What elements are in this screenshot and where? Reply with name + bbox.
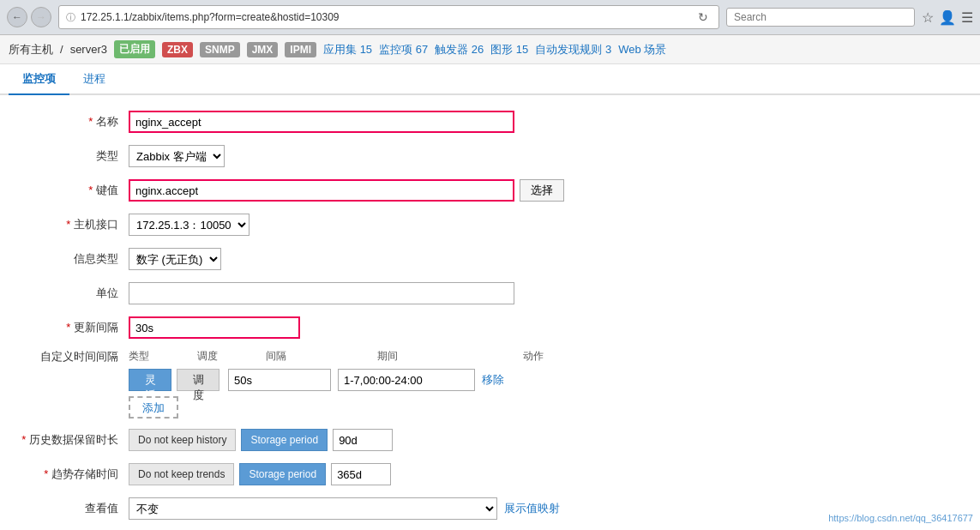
main-content: 名称 类型 Zabbix 客户端 键值 选择 主机接口 172.25.1.3：1… <box>0 95 980 530</box>
watermark: https://blog.csdn.net/qq_36417677 <box>828 513 973 523</box>
key-input[interactable] <box>129 179 514 202</box>
trends-storage-period-button[interactable]: Storage period <box>239 463 326 485</box>
lookup-link[interactable]: 展示值映射 <box>504 501 560 516</box>
host-interface-select[interactable]: 172.25.1.3：10050 <box>129 214 250 236</box>
interval-add-button[interactable]: 添加 <box>129 396 178 419</box>
back-button[interactable]: ← <box>7 7 27 27</box>
tab-process[interactable]: 进程 <box>69 64 119 95</box>
browser-icons: ☆ 👤 ☰ <box>922 9 973 26</box>
top-nav: 所有主机 / server3 已启用 ZBX SNMP JMX IPMI 应用集… <box>0 35 980 64</box>
col-period-header: 期间 <box>377 349 523 364</box>
info-type-select[interactable]: 数字 (无正负) <box>129 248 221 270</box>
key-select-button[interactable]: 选择 <box>520 179 564 202</box>
history-row: 历史数据保留时长 Do not keep history Storage per… <box>17 427 963 453</box>
col-schedule-header: 调度 <box>197 349 266 364</box>
unit-input[interactable] <box>129 282 514 304</box>
interval-remove-button[interactable]: 移除 <box>482 372 504 388</box>
breadcrumb-all-hosts[interactable]: 所有主机 <box>9 42 53 57</box>
host-interface-row: 主机接口 172.25.1.3：10050 <box>17 212 963 238</box>
interval-period-input[interactable] <box>338 369 475 391</box>
custom-interval-label: 自定义时间间隔 <box>17 349 129 364</box>
key-label: 键值 <box>17 183 129 198</box>
custom-interval-row: 自定义时间间隔 类型 调度 间隔 期间 动作 灵活 调度 移除 添加 <box>17 349 963 419</box>
url-display: 172.25.1.1/zabbix/items.php?form=create&… <box>81 11 689 23</box>
address-bar: ⓘ 172.25.1.1/zabbix/items.php?form=creat… <box>58 5 719 29</box>
col-type-header: 类型 <box>129 349 197 364</box>
trends-no-keep-button[interactable]: Do not keep trends <box>129 463 234 485</box>
type-row: 类型 Zabbix 客户端 <box>17 143 963 169</box>
history-label: 历史数据保留时长 <box>17 432 129 448</box>
browser-search-input[interactable] <box>726 8 915 27</box>
tag-jmx: JMX <box>247 42 279 57</box>
history-no-keep-button[interactable]: Do not keep history <box>129 429 236 451</box>
tag-enabled: 已启用 <box>114 40 155 58</box>
nav-link-graphs[interactable]: 图形 15 <box>490 42 528 57</box>
menu-icon: ☰ <box>961 9 973 26</box>
history-value-input[interactable] <box>333 429 393 451</box>
breadcrumb-separator: / <box>60 43 63 56</box>
nav-link-triggers[interactable]: 触发器 26 <box>435 42 484 57</box>
host-interface-label: 主机接口 <box>17 217 129 232</box>
unit-label: 单位 <box>17 286 129 301</box>
name-label: 名称 <box>17 114 129 129</box>
unit-row: 单位 <box>17 280 963 306</box>
custom-interval-section: 类型 调度 间隔 期间 动作 灵活 调度 移除 添加 <box>129 349 963 419</box>
trends-value-input[interactable] <box>331 463 391 485</box>
interval-add-container: 添加 <box>129 396 963 419</box>
tag-snmp: SNMP <box>200 42 240 57</box>
update-interval-label: 更新间隔 <box>17 320 129 335</box>
profile-icon: 👤 <box>939 9 956 26</box>
col-action-header: 动作 <box>523 349 574 364</box>
bookmark-icon: ☆ <box>922 9 934 26</box>
nav-link-web[interactable]: Web 场景 <box>618 42 666 57</box>
lookup-select[interactable]: 不变 <box>129 497 497 520</box>
refresh-button[interactable]: ↻ <box>694 9 712 26</box>
info-type-label: 信息类型 <box>17 251 129 267</box>
name-input[interactable] <box>129 111 514 133</box>
tab-bar: 监控项 进程 <box>0 64 980 95</box>
nav-link-items[interactable]: 监控项 67 <box>379 42 428 57</box>
info-type-row: 信息类型 数字 (无正负) <box>17 246 963 272</box>
tag-zbx: ZBX <box>162 42 193 57</box>
update-interval-input[interactable] <box>129 316 300 339</box>
trends-label: 趋势存储时间 <box>17 467 129 482</box>
history-storage-period-button[interactable]: Storage period <box>241 429 328 451</box>
type-label: 类型 <box>17 148 129 164</box>
breadcrumb-server[interactable]: server3 <box>70 43 107 56</box>
nav-link-discovery[interactable]: 自动发现规则 3 <box>535 42 611 57</box>
interval-header: 类型 调度 间隔 期间 动作 <box>129 349 963 364</box>
key-row: 键值 选择 <box>17 178 963 203</box>
trends-row: 趋势存储时间 Do not keep trends Storage period <box>17 461 963 487</box>
nav-link-appsets[interactable]: 应用集 15 <box>323 42 372 57</box>
tab-monitor-items[interactable]: 监控项 <box>9 64 69 95</box>
update-interval-row: 更新间隔 <box>17 315 963 340</box>
interval-value-input[interactable] <box>228 369 331 391</box>
interval-schedule-button[interactable]: 调度 <box>177 369 219 391</box>
lookup-label: 查看值 <box>17 501 129 516</box>
browser-chrome: ← → ⓘ 172.25.1.1/zabbix/items.php?form=c… <box>0 0 980 35</box>
interval-row-1: 灵活 调度 移除 <box>129 369 963 391</box>
type-select[interactable]: Zabbix 客户端 <box>129 145 225 167</box>
name-row: 名称 <box>17 109 963 135</box>
lookup-row: 查看值 不变 展示值映射 <box>17 496 963 521</box>
history-storage-row: Do not keep history Storage period <box>129 429 393 451</box>
tag-ipmi: IPMI <box>285 42 316 57</box>
forward-button[interactable]: → <box>31 7 51 27</box>
interval-flexible-button[interactable]: 灵活 <box>129 369 171 391</box>
trends-storage-row: Do not keep trends Storage period <box>129 463 391 485</box>
col-interval-header: 间隔 <box>266 349 377 364</box>
